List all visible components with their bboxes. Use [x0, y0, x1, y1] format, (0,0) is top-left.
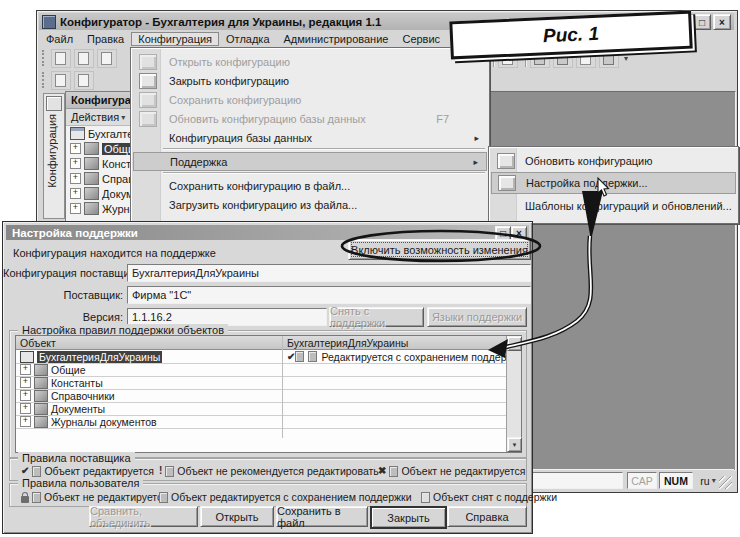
menu-file[interactable]: Файл — [39, 32, 80, 46]
shortcut-label: F7 — [436, 113, 449, 125]
menuitem-support-settings[interactable]: Настройка поддержки... — [491, 172, 736, 194]
menuitem-open-configuration[interactable]: Открыть конфигурацию — [133, 52, 487, 71]
menuitem-update-db-configuration[interactable]: Обновить конфигурацию базы данных F7 — [133, 109, 487, 128]
help-button[interactable]: Справка — [447, 506, 527, 527]
toolbar-grip[interactable] — [42, 72, 47, 88]
table-cell-empty[interactable] — [283, 415, 507, 429]
menuitem-save-configuration-to-file[interactable]: Сохранить конфигурацию в файл... — [133, 176, 487, 195]
configuration-dropdown-menu: Открыть конфигурацию Закрыть конфигураци… — [130, 47, 490, 224]
expand-icon[interactable]: + — [70, 143, 81, 154]
legend-user-object-editable-supported: Объект редактируется с сохранением подде… — [159, 491, 412, 503]
configuration-tab-icon — [46, 96, 62, 111]
table-cell-empty[interactable] — [283, 376, 507, 390]
open-icon[interactable] — [74, 49, 94, 68]
save-configuration-icon — [139, 92, 157, 108]
documents-icon — [34, 403, 48, 415]
scroll-down-icon[interactable]: ▼ — [507, 437, 522, 452]
menuitem-db-configuration[interactable]: Конфигурация базы данных ▸ — [133, 128, 487, 147]
language-selector[interactable]: ru ▾ — [695, 473, 721, 488]
user-rules-label: Правила пользователя — [18, 477, 143, 489]
journals-icon — [34, 416, 48, 428]
expand-icon[interactable]: + — [70, 158, 81, 169]
check-icon: ✔ — [21, 466, 29, 476]
table-row-common[interactable]: + Общие — [16, 363, 282, 377]
support-languages-button[interactable]: Языки поддержки — [427, 307, 527, 327]
remove-support-button[interactable]: Снять с поддержки — [329, 307, 424, 327]
close-button[interactable]: × — [713, 14, 731, 30]
menuitem-close-configuration[interactable]: Закрыть конфигурацию — [133, 71, 487, 90]
lock-icon — [21, 496, 29, 503]
common-icon — [84, 142, 99, 155]
object-pagelet-icon — [32, 492, 41, 503]
menu-administration[interactable]: Администрирование — [277, 32, 396, 46]
table-cell-empty[interactable] — [283, 402, 507, 416]
open-configuration-icon[interactable] — [51, 71, 71, 90]
support-status-text: Конфигурация находится на поддержке — [13, 247, 216, 259]
dialog-titlebar[interactable]: Настройка поддержки □ × — [6, 225, 529, 240]
menuitem-load-configuration-from-file[interactable]: Загрузить конфигурацию из файла... — [133, 195, 487, 214]
screenshot-stage: Конфигуратор - Бухгалтерия для Украины, … — [0, 0, 740, 537]
save-to-file-button[interactable]: Сохранить в файл — [276, 506, 368, 527]
table-cell-empty[interactable] — [283, 389, 507, 403]
catalogs-icon — [84, 172, 99, 185]
vendor-field[interactable]: Фирма "1С" — [127, 286, 531, 304]
journals-icon — [84, 202, 99, 215]
expand-icon[interactable]: + — [70, 173, 81, 184]
legend-object-editable: ✔ Объект редактируется — [21, 465, 154, 477]
scroll-up-icon[interactable]: ▲ — [507, 336, 522, 351]
enable-changes-button[interactable]: Включить возможность изменения — [348, 239, 531, 260]
chevron-down-icon: ▾ — [712, 476, 716, 485]
menuitem-update-configuration[interactable]: Обновить конфигурацию — [491, 150, 736, 171]
column-header-configuration[interactable]: БухгалтерияДляУкраины — [283, 336, 511, 350]
expand-icon[interactable]: + — [70, 203, 81, 214]
new-document-icon[interactable] — [51, 49, 71, 68]
menu-debug[interactable]: Отладка — [219, 32, 276, 46]
expand-icon[interactable]: + — [70, 188, 81, 199]
figure-label: Рис. 1 — [543, 23, 600, 48]
expand-icon[interactable]: + — [20, 416, 31, 427]
menuitem-save-configuration[interactable]: Сохранить конфигурацию — [133, 90, 487, 109]
support-submenu: Обновить конфигурацию Настройка поддержк… — [488, 146, 739, 224]
vertical-scrollbar[interactable]: ▲ ▼ — [506, 336, 521, 452]
menuitem-configuration-templates[interactable]: Шаблоны конфигураций и обновлений... — [491, 195, 736, 217]
save-icon[interactable] — [97, 49, 117, 68]
menu-service[interactable]: Сервис — [395, 32, 447, 46]
close-dialog-button[interactable]: Закрыть — [370, 506, 447, 529]
cross-icon: ✖ — [378, 466, 386, 476]
close-configuration-icon[interactable] — [74, 71, 94, 90]
menuitem-support[interactable]: Поддержка ▸ — [133, 152, 487, 171]
open-button[interactable]: Открыть — [200, 506, 274, 527]
support-settings-icon — [498, 175, 516, 191]
table-row-root[interactable]: БухгалтерияДляУкраины — [16, 350, 282, 364]
object-pagelet-icon — [159, 492, 168, 503]
table-row-catalogs[interactable]: + Справочники — [16, 389, 282, 403]
configuration-side-tab[interactable]: Конфигурация — [43, 93, 65, 219]
table-cell-root-rule[interactable]: ✔ Редактируется с сохранением поддержки — [283, 350, 507, 364]
menu-edit[interactable]: Правка — [80, 32, 131, 46]
toolbar-options-icon[interactable]: ▾ — [624, 54, 628, 63]
table-row-journals[interactable]: + Журналы документов — [16, 415, 282, 429]
support-settings-dialog: Настройка поддержки □ × Конфигурация нах… — [2, 221, 533, 534]
vendor-configuration-field[interactable]: БухгалтерияДляУкраины — [127, 264, 531, 282]
legend-object-not-recommended: ! Объект не рекомендуется редактировать — [159, 465, 379, 477]
expand-icon[interactable]: + — [20, 390, 31, 401]
maximize-button[interactable]: □ — [693, 14, 711, 30]
menu-configuration[interactable]: Конфигурация — [131, 32, 219, 46]
constants-icon — [84, 157, 99, 170]
resize-grip[interactable] — [719, 476, 732, 489]
table-row-documents[interactable]: + Документы — [16, 402, 282, 416]
submenu-arrow-icon: ▸ — [474, 133, 479, 143]
object-rules-table: Объект БухгалтерияДляУкраины Бухгалтерия… — [15, 335, 522, 453]
table-row-constants[interactable]: + Константы — [16, 376, 282, 390]
caps-lock-indicator: CAP — [627, 472, 657, 489]
app-icon — [42, 15, 56, 29]
window-title: Конфигуратор - Бухгалтерия для Украины, … — [60, 16, 381, 28]
dialog-title: Настройка поддержки — [12, 227, 138, 239]
toolbar-grip[interactable] — [42, 50, 47, 66]
compare-merge-button[interactable]: Сравнить, объединить — [89, 506, 198, 527]
table-cell-empty[interactable] — [283, 363, 507, 377]
expand-icon[interactable]: + — [20, 364, 31, 375]
expand-icon[interactable]: + — [20, 377, 31, 388]
column-header-object[interactable]: Объект — [16, 336, 286, 350]
expand-icon[interactable]: + — [20, 403, 31, 414]
